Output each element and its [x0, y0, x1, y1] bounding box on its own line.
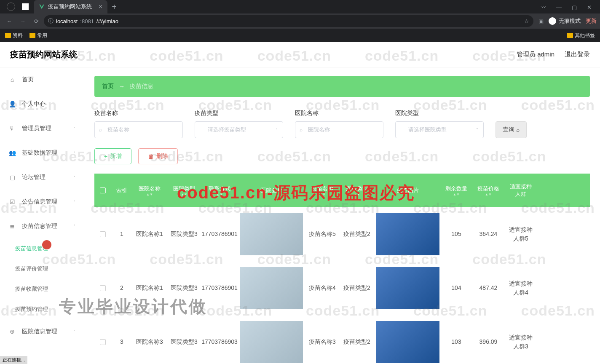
filter-hname-input[interactable]: ⌕医院名称	[295, 121, 383, 138]
sidebar-item-admin[interactable]: 🎙管理员管理˅	[0, 116, 84, 141]
folder-icon	[567, 33, 573, 38]
sidebar-sub-vaccine-info[interactable]: 疫苗信息管理	[0, 238, 84, 259]
sidebar-item-basedata[interactable]: 👥基础数据管理˅	[0, 141, 84, 165]
sidebar-sub-vaccine-review[interactable]: 疫苗评价管理	[0, 259, 84, 279]
app-title: 疫苗预约网站系统	[10, 49, 78, 60]
window-max-icon[interactable]: ▢	[572, 4, 577, 11]
row-checkbox[interactable]	[100, 231, 106, 237]
cell-vtype: 疫苗类型2	[340, 337, 374, 346]
active-tab[interactable]: 疫苗预约网站系统 ×	[34, 0, 107, 13]
back-button[interactable]: ←	[3, 15, 15, 27]
sidebar-sub-vaccine-fav[interactable]: 疫苗收藏管理	[0, 279, 84, 299]
person-icon: 👥	[8, 149, 16, 157]
sidebar-item-home[interactable]: ⌂首页	[0, 67, 84, 92]
cell-idx: 1	[111, 230, 132, 238]
tab-bar: 疫苗预约网站系统 × + 〰 — ▢ ✕	[0, 0, 600, 13]
hospital-image	[240, 267, 303, 309]
site-info-icon[interactable]: ⓘ	[48, 17, 54, 25]
close-tab-icon[interactable]: ×	[99, 3, 102, 11]
sort-icon[interactable]: ▲▼	[181, 193, 188, 196]
query-button[interactable]: 查询⌕	[496, 121, 527, 138]
search-icon: ⌕	[99, 127, 102, 133]
data-table: 索引 医院名称▲▼ 医院类型▲▼ 联系方式▲▼ 医院图片 疫苗名称▲▼ 疫苗类型…	[94, 174, 590, 364]
chevron-down-icon: ˅	[73, 151, 75, 155]
sort-icon[interactable]: ▲▼	[354, 193, 360, 196]
sidebar-sub-vaccine-book[interactable]: 疫苗预约管理	[0, 299, 84, 319]
app-root: 疫苗预约网站系统 管理员 admin 退出登录 ⌂首页 👤个人中心 🎙管理员管理…	[0, 42, 600, 364]
cell-price: 396.09	[471, 337, 506, 346]
globe-icon: ⊕	[8, 328, 16, 335]
chevron-down-icon: ˅	[476, 128, 478, 132]
hospital-image	[240, 213, 303, 255]
sidebar-item-vaccine[interactable]: ≣疫苗信息管理˄	[0, 214, 84, 238]
forward-button[interactable]: →	[17, 15, 29, 27]
filter-hname-label: 医院名称	[295, 110, 383, 117]
browser-icon[interactable]	[7, 3, 15, 11]
cursor-indicator	[42, 240, 51, 249]
table-row: 1医院名称1医院类型317703786901疫苗名称5疫苗类型2105364.2…	[94, 207, 590, 261]
address-bar[interactable]: ⓘ localhost:8081/#/yimiao ☆	[44, 15, 533, 27]
reload-button[interactable]: ⟳	[30, 15, 42, 27]
breadcrumb: 首页 → 疫苗信息	[94, 76, 590, 97]
bookmark-b[interactable]: 常用	[29, 32, 47, 39]
sort-icon[interactable]: ▲▼	[319, 193, 326, 196]
sidebar-item-hospital[interactable]: ⊕医院信息管理˅	[0, 319, 84, 344]
filter-vname-input[interactable]: ⌕疫苗名称	[94, 121, 183, 138]
browser-chrome: 疫苗预约网站系统 × + 〰 — ▢ ✕ ← → ⟳ ⓘ localhost:8…	[0, 0, 600, 42]
cell-qty: 104	[442, 284, 471, 292]
cell-idx: 2	[111, 284, 132, 292]
url-port: :8081	[80, 18, 94, 24]
current-user: 管理员 admin	[517, 51, 554, 59]
browser-status: 正在连接...	[0, 356, 27, 364]
delete-button[interactable]: 🗑删除	[138, 148, 178, 164]
star-icon[interactable]: ☆	[524, 18, 529, 24]
sort-icon[interactable]: ▲▼	[453, 193, 460, 196]
bookmark-other[interactable]: 其他书签	[567, 32, 595, 39]
sort-icon[interactable]: ▲▼	[146, 193, 153, 196]
filter-vname-label: 疫苗名称	[94, 110, 183, 117]
search-icon: ⌕	[516, 126, 520, 133]
arrow-icon: →	[119, 83, 125, 90]
filter-htype-select[interactable]: 请选择医院类型˅	[395, 121, 484, 138]
cell-fit: 适宜接种人群3	[506, 333, 536, 351]
select-all-checkbox[interactable]	[100, 187, 106, 193]
row-checkbox[interactable]	[100, 339, 106, 345]
cell-fit: 适宜接种人群5	[506, 225, 536, 243]
sort-icon[interactable]: ▲▼	[485, 193, 492, 196]
vaccine-image	[376, 267, 439, 309]
url-path: /#/yimiao	[96, 18, 118, 24]
breadcrumb-home[interactable]: 首页	[102, 83, 114, 90]
chevron-down-icon: ˅	[73, 175, 75, 180]
logout-link[interactable]: 退出登录	[565, 51, 590, 59]
new-tab-button[interactable]: +	[112, 2, 117, 12]
filter-bar: 疫苗名称 ⌕疫苗名称 疫苗类型 请选择疫苗类型˅ 医院名称 ⌕医院名称 医院类型…	[94, 110, 590, 138]
bookmark-a[interactable]: 资料	[5, 32, 23, 39]
sidebar-item-personal[interactable]: 👤个人中心	[0, 92, 84, 116]
mic-icon: 🎙	[8, 125, 16, 132]
cell-htype: 医院类型3	[167, 337, 201, 346]
cell-hname: 医院名称3	[132, 337, 167, 346]
sidebar-item-forum[interactable]: ▢论坛管理˅	[0, 165, 84, 190]
vaccine-image	[376, 321, 439, 363]
filter-vtype-select[interactable]: 请选择疫苗类型˅	[195, 121, 283, 138]
user-icon: 👤	[8, 100, 16, 108]
crop-icon: ▢	[8, 174, 16, 181]
cell-price: 487.42	[471, 284, 506, 292]
sidebar-item-notice[interactable]: ☑公告信息管理˅	[0, 190, 84, 214]
window-min-icon[interactable]: 〰	[541, 4, 546, 11]
search-icon: ⌕	[300, 127, 303, 133]
bookmarks-bar: 资料 常用 其他书签	[0, 29, 600, 42]
update-button[interactable]: 更新	[586, 17, 597, 25]
cell-vtype: 疫苗类型2	[340, 284, 374, 292]
window-minimize-icon[interactable]: —	[556, 4, 562, 11]
cell-htype: 医院类型3	[167, 284, 201, 292]
row-checkbox[interactable]	[100, 285, 106, 291]
blank-tab-icon[interactable]	[22, 3, 29, 10]
stack-icon: ≣	[8, 222, 16, 230]
sort-icon[interactable]: ▲▼	[216, 193, 223, 196]
vaccine-image	[376, 213, 439, 255]
extensions-icon[interactable]: ▣	[535, 15, 547, 27]
window-close-icon[interactable]: ✕	[587, 4, 592, 11]
cell-price: 364.24	[471, 230, 506, 238]
add-button[interactable]: +新增	[94, 148, 131, 164]
